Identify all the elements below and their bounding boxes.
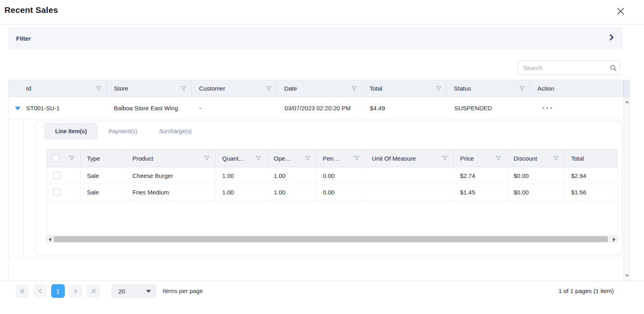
detail-tabstrip: Line Item(s) Payment(s) Surcharge(s) xyxy=(44,123,202,140)
sales-grid-body: ST001-SU-1 Balboa Store East Wing - 03/0… xyxy=(8,97,624,281)
uom-cell xyxy=(365,184,454,200)
status-badge: SUSPENDED xyxy=(447,105,531,112)
uom-cell xyxy=(365,167,454,184)
tab-surcharges[interactable]: Surcharge(s) xyxy=(148,123,202,140)
pen-cell: 0.00 xyxy=(316,184,365,200)
row-id-cell: ST001-SU-1 xyxy=(8,105,107,112)
price-cell: $2.74 xyxy=(454,167,507,184)
column-header-date[interactable]: Date xyxy=(277,80,362,97)
chevron-right-icon[interactable] xyxy=(608,33,615,43)
tab-payments[interactable]: Payment(s) xyxy=(98,123,149,140)
page-title: Recent Sales xyxy=(4,5,58,15)
column-header-select xyxy=(47,149,80,167)
product-cell: Fries Medium xyxy=(126,184,216,200)
vertical-scrollbar[interactable] xyxy=(623,97,630,281)
scrollbar-thumb[interactable] xyxy=(54,236,608,242)
list-item[interactable]: Sale Fries Medium 1.00 1.00 0.00 $1.45 $… xyxy=(47,184,618,200)
column-header-store[interactable]: Store xyxy=(107,80,192,97)
filter-funnel-icon[interactable] xyxy=(69,155,74,161)
page-summary: 1 of 1 pages (1 item) xyxy=(558,287,614,294)
sales-grid-header: Id Store Customer Date Total Status xyxy=(8,80,630,97)
filter-panel-header[interactable]: Filter xyxy=(8,27,623,49)
line-total-cell: $2.94 xyxy=(565,167,618,184)
column-header-line-total[interactable]: Total xyxy=(565,149,618,167)
list-item[interactable]: Sale Cheese Burger 1.00 1.00 0.00 $2.74 … xyxy=(47,167,618,184)
page-size-value: 20 xyxy=(118,288,125,295)
row-customer-cell: - xyxy=(192,105,277,112)
type-cell: Sale xyxy=(80,184,126,200)
column-header-action: Action xyxy=(530,80,623,97)
column-header-pen[interactable]: Pen… xyxy=(316,149,365,167)
tab-line-items[interactable]: Line Item(s) xyxy=(44,123,98,140)
filter-funnel-icon[interactable] xyxy=(553,155,559,161)
column-header-total[interactable]: Total xyxy=(362,80,447,97)
column-header-id[interactable]: Id xyxy=(8,80,107,97)
filter-funnel-icon[interactable] xyxy=(204,155,210,161)
row-checkbox[interactable] xyxy=(53,172,60,179)
scroll-right-icon[interactable] xyxy=(613,238,615,242)
filter-label: Filter xyxy=(16,35,31,42)
quantity-cell: 1.00 xyxy=(216,184,267,200)
line-items-grid-header: Type Product Quant… Ope… xyxy=(47,149,618,167)
discount-cell: $0.00 xyxy=(507,167,565,184)
filter-funnel-icon[interactable] xyxy=(495,155,501,161)
filter-funnel-icon[interactable] xyxy=(266,86,272,91)
column-header-unit-of-measure[interactable]: Unit Of Measure xyxy=(365,149,454,167)
scroll-left-icon[interactable] xyxy=(49,238,51,242)
scroll-down-icon[interactable] xyxy=(625,275,629,277)
items-per-page-label: Items per page xyxy=(163,287,203,294)
select-all-checkbox[interactable] xyxy=(52,155,59,162)
product-cell: Cheese Burger xyxy=(126,167,216,184)
next-page-button[interactable] xyxy=(69,284,83,298)
close-icon[interactable] xyxy=(616,6,625,16)
line-total-cell: $1.56 xyxy=(565,184,618,200)
filter-funnel-icon[interactable] xyxy=(256,155,261,161)
search-icon[interactable] xyxy=(607,64,619,72)
detail-panel: Line Item(s) Payment(s) Surcharge(s) Typ… xyxy=(36,121,622,255)
scrollbar-corner xyxy=(623,80,630,97)
filter-funnel-icon[interactable] xyxy=(436,86,442,91)
row-action-cell xyxy=(531,107,624,109)
filter-funnel-icon[interactable] xyxy=(519,86,525,91)
row-date-cell: 03/07/2023 02:20:20 PM xyxy=(277,105,363,112)
chevron-down-icon xyxy=(146,290,151,293)
column-header-type[interactable]: Type xyxy=(80,149,126,167)
search-input[interactable] xyxy=(518,64,607,71)
sales-grid: Id Store Customer Date Total Status xyxy=(8,80,630,281)
filter-funnel-icon[interactable] xyxy=(442,155,448,161)
filter-funnel-icon[interactable] xyxy=(305,155,310,161)
price-cell: $1.45 xyxy=(454,184,507,200)
row-checkbox[interactable] xyxy=(53,188,60,196)
filter-funnel-icon[interactable] xyxy=(181,86,186,91)
actions-menu-icon[interactable] xyxy=(538,107,617,109)
filter-funnel-icon[interactable] xyxy=(96,86,101,91)
filter-funnel-icon[interactable] xyxy=(617,155,618,161)
table-row[interactable]: ST001-SU-1 Balboa Store East Wing - 03/0… xyxy=(8,97,624,120)
horizontal-scrollbar[interactable] xyxy=(47,236,617,242)
page-number-button[interactable]: 1 xyxy=(51,284,65,298)
search-box xyxy=(518,60,620,75)
filter-funnel-icon[interactable] xyxy=(351,86,357,91)
discount-cell: $0.00 xyxy=(507,184,565,200)
type-cell: Sale xyxy=(80,167,126,184)
collapse-row-icon[interactable] xyxy=(15,107,21,110)
ope-cell: 1.00 xyxy=(267,184,316,200)
header-divider xyxy=(0,24,644,25)
pen-cell: 0.00 xyxy=(316,167,365,184)
ope-cell: 1.00 xyxy=(267,167,316,184)
column-header-status[interactable]: Status xyxy=(447,80,530,97)
hierarchy-divider xyxy=(23,120,24,258)
column-header-discount[interactable]: Discount xyxy=(507,149,565,167)
column-header-ope[interactable]: Ope… xyxy=(267,149,316,167)
previous-page-button[interactable] xyxy=(33,284,47,298)
filter-funnel-icon[interactable] xyxy=(354,155,359,161)
scroll-up-icon[interactable] xyxy=(625,101,629,103)
page-size-select[interactable]: 20 xyxy=(111,284,157,298)
pager: 1 20 Items per page 1 of 1 pages (1 item… xyxy=(0,281,644,302)
column-header-product[interactable]: Product xyxy=(126,149,216,167)
column-header-price[interactable]: Price xyxy=(454,149,507,167)
first-page-button[interactable] xyxy=(16,284,29,298)
last-page-button[interactable] xyxy=(87,284,100,298)
column-header-quantity[interactable]: Quant… xyxy=(216,149,267,167)
column-header-customer[interactable]: Customer xyxy=(192,80,277,97)
